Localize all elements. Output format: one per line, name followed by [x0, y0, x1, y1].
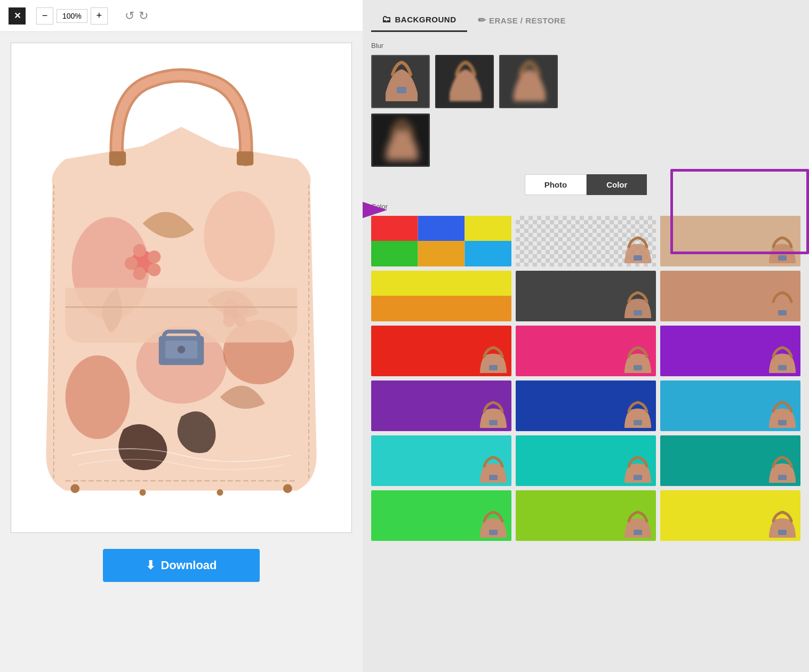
svg-point-10	[125, 257, 138, 270]
svg-point-24	[70, 484, 79, 493]
svg-rect-44	[778, 255, 787, 261]
color-cyan-bg[interactable]	[660, 380, 800, 431]
svg-point-20	[178, 346, 185, 353]
undo-button[interactable]: ↺	[125, 9, 134, 23]
svg-rect-42	[464, 241, 511, 266]
svg-rect-48	[778, 310, 787, 315]
svg-rect-55	[489, 475, 498, 480]
blur-thumbs-row	[371, 55, 800, 108]
color-grid	[371, 216, 800, 541]
color-swatch-yg[interactable]	[371, 271, 511, 321]
svg-rect-37	[371, 216, 418, 241]
svg-rect-56	[634, 475, 642, 480]
redo-button[interactable]: ↻	[139, 9, 148, 23]
svg-point-3	[66, 355, 130, 439]
svg-point-27	[217, 489, 223, 496]
svg-rect-46	[371, 296, 511, 321]
photo-color-toggle: Photo Color	[371, 174, 800, 195]
svg-rect-47	[634, 310, 642, 315]
svg-rect-31	[397, 87, 406, 93]
download-label: Download	[161, 558, 217, 572]
color-purple2-bg[interactable]	[371, 380, 511, 431]
color-green2-bg[interactable]	[516, 490, 656, 541]
color-bag-plain[interactable]	[660, 216, 800, 266]
svg-rect-41	[418, 241, 465, 266]
svg-rect-60	[778, 530, 787, 535]
history-controls: ↺ ↻	[125, 9, 148, 23]
color-blue-bg[interactable]	[516, 380, 656, 431]
svg-rect-21	[109, 151, 126, 166]
color-section: Color	[371, 203, 800, 541]
photo-toggle-button[interactable]: Photo	[525, 174, 587, 195]
zoom-controls: − 100% +	[36, 7, 108, 25]
zoom-in-button[interactable]: +	[91, 7, 108, 25]
download-button[interactable]: ⬇ Download	[103, 549, 259, 582]
svg-rect-45	[371, 271, 511, 296]
svg-point-26	[139, 489, 146, 496]
svg-point-9	[133, 267, 146, 280]
color-purple-bg[interactable]	[660, 326, 800, 376]
right-panel: 🗂 BACKGROUND ✏ ERASE / RESTORE Blur	[363, 0, 809, 672]
toolbar: ✕ − 100% + ↺ ↻	[0, 0, 363, 32]
zoom-value: 100%	[57, 9, 87, 23]
blur-thumb-3[interactable]	[371, 114, 430, 167]
close-button[interactable]: ✕	[9, 7, 26, 25]
blur-thumb-2[interactable]	[499, 55, 558, 108]
color-teal-bg[interactable]	[371, 435, 511, 486]
download-area: ⬇ Download	[103, 549, 259, 582]
top-tabs: 🗂 BACKGROUND ✏ ERASE / RESTORE	[371, 9, 800, 32]
color-transparent[interactable]	[516, 216, 656, 266]
blur-section: Blur	[371, 42, 800, 167]
tab-erase-restore[interactable]: ✏ ERASE / RESTORE	[467, 9, 576, 31]
toggle-color-wrapper: Photo Color	[371, 174, 800, 195]
svg-rect-40	[371, 241, 418, 266]
svg-rect-39	[464, 216, 511, 241]
svg-rect-22	[237, 151, 253, 166]
erase-tab-label: ERASE / RESTORE	[489, 16, 566, 25]
svg-rect-50	[634, 365, 642, 370]
color-red-bg[interactable]	[371, 326, 511, 376]
blur-thumb-0[interactable]	[371, 55, 430, 108]
download-icon: ⬇	[146, 558, 155, 572]
svg-point-1	[204, 191, 275, 281]
blur-thumbs-row2	[371, 114, 800, 167]
tab-background[interactable]: 🗂 BACKGROUND	[371, 9, 467, 32]
canvas-area	[11, 43, 352, 533]
svg-point-7	[148, 250, 161, 263]
svg-rect-54	[778, 420, 787, 425]
right-panel-inner: 🗂 BACKGROUND ✏ ERASE / RESTORE Blur	[371, 9, 800, 541]
color-yellow-bg[interactable]	[660, 490, 800, 541]
bag-canvas-svg	[11, 43, 351, 532]
left-panel: ✕ − 100% + ↺ ↻	[0, 0, 363, 672]
color-label: Color	[371, 203, 800, 210]
color-pink-bg[interactable]	[516, 326, 656, 376]
blur-thumb-1[interactable]	[435, 55, 494, 108]
color-skin-bag[interactable]	[660, 271, 800, 321]
zoom-out-button[interactable]: −	[36, 7, 53, 25]
color-toggle-button[interactable]: Color	[587, 174, 647, 195]
svg-rect-43	[634, 255, 642, 261]
background-tab-label: BACKGROUND	[395, 15, 456, 24]
svg-rect-52	[489, 420, 498, 425]
color-swatch-multi[interactable]	[371, 216, 511, 266]
erase-tab-icon: ✏	[478, 14, 486, 26]
color-teal2-bg[interactable]	[516, 435, 656, 486]
color-dark-bag[interactable]	[516, 271, 656, 321]
svg-point-6	[133, 244, 146, 257]
svg-rect-38	[418, 216, 465, 241]
svg-rect-51	[778, 365, 787, 370]
svg-rect-49	[489, 365, 498, 370]
svg-point-8	[148, 263, 161, 276]
svg-rect-57	[778, 475, 787, 480]
background-tab-icon: 🗂	[382, 14, 392, 25]
color-teal3-bg[interactable]	[660, 435, 800, 486]
svg-rect-58	[489, 530, 498, 535]
svg-point-25	[283, 484, 292, 493]
svg-rect-53	[634, 420, 642, 425]
color-green-bg[interactable]	[371, 490, 511, 541]
blur-label: Blur	[371, 42, 800, 50]
svg-rect-59	[634, 530, 642, 535]
